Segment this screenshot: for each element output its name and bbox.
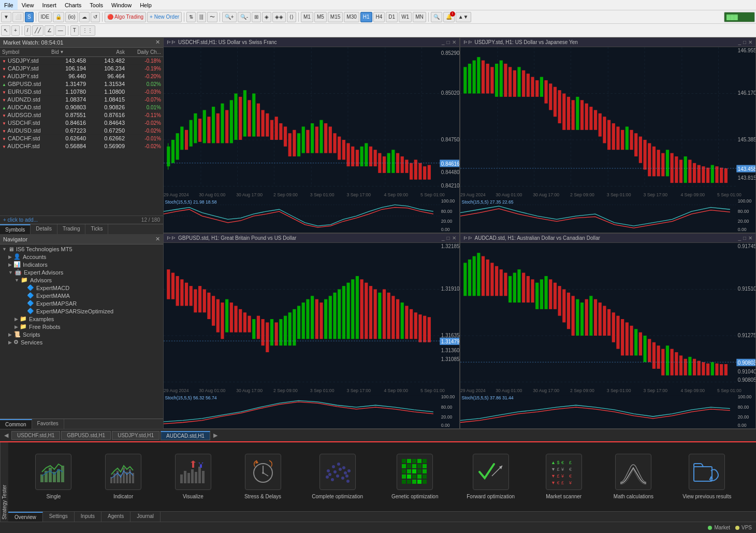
st-indicator[interactable]: Indicator (103, 454, 144, 500)
menu-window[interactable]: Window (107, 0, 136, 10)
st-tab-settings[interactable]: Settings (43, 512, 75, 522)
nav-item-scripts[interactable]: ▶📜Scripts (0, 330, 163, 338)
nav-close-btn[interactable]: ✕ (155, 236, 160, 242)
chart-tab-gbpusd[interactable]: GBPUSD.std,H1 (61, 431, 111, 440)
chart-usdchf-close[interactable]: ✕ (452, 39, 456, 45)
st-tab-agents[interactable]: Agents (101, 512, 130, 522)
chart-tab-usdjpy[interactable]: USDJPY.std,H1 (112, 431, 159, 440)
chart-audcad-maximize[interactable]: □ (743, 235, 746, 241)
bracket-btn[interactable]: ⟨⟩ (287, 12, 296, 22)
mw-tab-details[interactable]: Details (31, 224, 57, 234)
zoom-in-btn[interactable]: 🔍+ (222, 12, 237, 22)
chart-arrows-btn[interactable]: ⇅ (186, 12, 196, 22)
ide-btn[interactable]: IDE (38, 12, 52, 22)
chart-usdjpy-minimize[interactable]: _ (738, 39, 741, 45)
mw-row[interactable]: ▼ USDJPY.std 143.458 143.482 -0.18% (0, 57, 163, 65)
new-chart-btn[interactable]: ▼ (1, 12, 11, 22)
mw-tab-trading[interactable]: Trading (57, 224, 86, 234)
chart-fit-btn[interactable]: ⊞ (252, 12, 261, 22)
chart-tab-audcad[interactable]: AUDCAD.std,H1 (161, 431, 210, 440)
scroll-btn2[interactable]: ◈◈ (272, 12, 286, 22)
chart-gbpusd-minimize[interactable]: _ (442, 235, 445, 241)
chart-gbpusd-body[interactable]: 1.32185 1.31910 1.31635 1.31479 1.31360 … (164, 243, 459, 428)
chart-tab-nav-left[interactable]: ◀ (2, 432, 10, 439)
st-tab-overview[interactable]: Overview (8, 512, 43, 522)
nav-tab-favorites[interactable]: Favorites (32, 419, 64, 429)
nav-item-expertmama[interactable]: 🔷ExpertMAMA (0, 292, 163, 299)
st-complete-opt[interactable]: Complete optimization (312, 454, 363, 500)
tf-m5[interactable]: M5 (314, 12, 327, 22)
menu-insert[interactable]: Insert (38, 0, 61, 10)
chart-usdjpy-maximize[interactable]: □ (743, 39, 746, 45)
tf-m1[interactable]: M1 (301, 12, 313, 22)
nav-tab-common[interactable]: Common (0, 419, 32, 429)
mw-row[interactable]: ▼ AUDJPY.std 96.440 96.464 -0.20% (0, 73, 163, 80)
menu-charts[interactable]: Charts (61, 0, 85, 10)
line-tool[interactable]: / (24, 25, 31, 36)
st-single[interactable]: Single (33, 454, 74, 500)
st-math-calc[interactable]: Math calculations (613, 454, 654, 500)
sync-btn[interactable]: ↺ (91, 12, 100, 22)
chart-audcad-minimize[interactable]: _ (738, 235, 741, 241)
meter-btn[interactable]: ▓▓▓ (724, 12, 755, 22)
hline-tool[interactable]: — (55, 25, 66, 36)
crosshair-tool[interactable]: + (11, 25, 20, 36)
mw-tab-symbols[interactable]: Symbols (0, 224, 31, 234)
tf-d1[interactable]: D1 (386, 12, 398, 22)
open-chart-btn[interactable]: ⬜ (12, 12, 24, 22)
tf-m30[interactable]: M30 (344, 12, 359, 22)
cursor-tool[interactable]: ↖ (1, 25, 10, 36)
angle-tool[interactable]: ∠ (45, 25, 54, 36)
cloud-btn[interactable]: ☁ (79, 12, 90, 22)
menu-help[interactable]: Help (136, 0, 156, 10)
mw-row[interactable]: ▼ AUDCHF.std 0.56884 0.56909 -0.02% (0, 142, 163, 150)
chart-gbpusd-close[interactable]: ✕ (452, 235, 456, 241)
st-forward-opt[interactable]: Forward optimization (467, 454, 515, 500)
chart-usdjpy-body[interactable]: 146.955 146.170 145.385 143.458 143.815 … (460, 47, 756, 233)
mw-row[interactable]: ▲ GBPUSD.std 1.31479 1.31534 0.02% (0, 80, 163, 88)
lock-btn[interactable]: 🔒 (53, 12, 64, 22)
s-btn[interactable]: S (25, 12, 34, 22)
nav-item-indicators[interactable]: ▶📊Indicators (0, 261, 163, 268)
notification-bell-btn[interactable]: 🔔! (443, 12, 455, 22)
menu-file[interactable]: File (0, 0, 18, 10)
chart-gbpusd-maximize[interactable]: □ (446, 235, 449, 241)
search-global-btn[interactable]: 🔍 (431, 12, 442, 22)
objects-tool[interactable]: ⋮⋮ (80, 25, 95, 36)
st-stress-delays[interactable]: Stress & Delays (242, 454, 284, 500)
nav-item-services[interactable]: ▶⚙Services (0, 338, 163, 346)
zoom-out-btn[interactable]: 🔍- (238, 12, 251, 22)
st-visualize[interactable]: Visualize (172, 454, 214, 500)
chart-usdchf-maximize[interactable]: □ (446, 39, 449, 45)
io-btn[interactable]: (io) (65, 12, 78, 22)
tf-h1[interactable]: H1 (360, 12, 372, 22)
mw-row[interactable]: ▼ CADJPY.std 106.194 106.234 -0.19% (0, 65, 163, 73)
menu-view[interactable]: View (18, 0, 38, 10)
mw-row[interactable]: ▼ AUDNZD.std 1.08374 1.08415 -0.07% (0, 96, 163, 104)
mw-row[interactable]: ▼ AUDUSD.std 0.67223 0.67250 -0.02% (0, 127, 163, 135)
mw-close-btn[interactable]: ✕ (155, 39, 160, 46)
signals-btn[interactable]: ▲▼ (456, 12, 471, 22)
nav-item-accounts[interactable]: ▶👤Accounts (0, 253, 163, 261)
nav-item-expertmapsarsizeoptimized[interactable]: 🔷ExpertMAPSARSizeOptimized (0, 307, 163, 315)
mw-row[interactable]: ▼ CADCHF.std 0.62640 0.62662 -0.01% (0, 135, 163, 142)
text-tool[interactable]: T (70, 25, 79, 36)
nav-item-examples[interactable]: ▶📁Examples (0, 315, 163, 323)
tf-h4[interactable]: H4 (373, 12, 385, 22)
chart-tab-usdchf[interactable]: USDCHF.std,H1 (11, 431, 60, 440)
mw-row[interactable]: ▲ AUDCAD.std 0.90803 0.90826 0.01% (0, 104, 163, 111)
nav-item-free-robots[interactable]: ▶📁Free Robots (0, 323, 163, 330)
mw-row[interactable]: ▼ AUDSGD.std 0.87551 0.87616 -0.11% (0, 111, 163, 119)
chart-audcad-body[interactable]: 0.91745 0.91510 0.91275 0.90803 0.91040 … (460, 243, 756, 428)
st-tab-inputs[interactable]: Inputs (75, 512, 101, 522)
parallel-tool[interactable]: ╱╱ (32, 25, 43, 36)
chart-audcad-close[interactable]: ✕ (748, 235, 752, 241)
st-genetic-opt[interactable]: Genetic optimization (391, 454, 439, 500)
nav-item-expertmacd[interactable]: 🔷ExpertMACD (0, 284, 163, 292)
line-chart-btn[interactable]: 〜 (207, 12, 217, 22)
mw-row[interactable]: ▼ USDCHF.std 0.84616 0.84643 -0.02% (0, 119, 163, 127)
nav-item-advisors[interactable]: ▼📁Advisors (0, 276, 163, 284)
st-view-prev[interactable]: View previous results (682, 454, 731, 500)
scroll-btn1[interactable]: ◈ (262, 12, 271, 22)
mw-add-link[interactable]: + click to add... (3, 217, 38, 223)
